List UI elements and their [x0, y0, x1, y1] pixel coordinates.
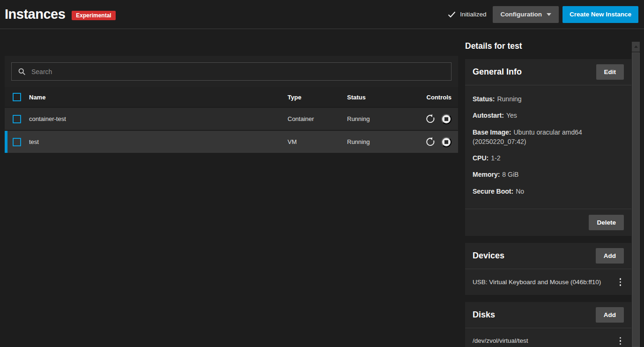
device-menu-button[interactable]	[617, 277, 624, 287]
delete-button[interactable]: Delete	[589, 215, 624, 230]
instances-table-panel: Name Type Status Controls container-test…	[5, 56, 458, 154]
page-title: Instances	[5, 7, 65, 22]
field-value: Yes	[506, 112, 517, 119]
column-header-status[interactable]: Status	[347, 94, 407, 101]
content-area: Name Type Status Controls container-test…	[0, 29, 644, 347]
disk-item-label: /dev/zvol/virtual/test	[473, 337, 528, 344]
field-label: Memory:	[473, 171, 500, 178]
field-value: Running	[497, 95, 521, 103]
checkmark-icon	[448, 11, 456, 18]
restart-icon	[425, 114, 435, 124]
page-header: Instances Experimental Initialized Confi…	[0, 0, 644, 29]
table-row[interactable]: container-test Container Running	[5, 108, 458, 131]
disks-card: Disks Add /dev/zvol/virtual/test	[465, 302, 631, 347]
table-row-selected[interactable]: test VM Running	[5, 131, 458, 154]
create-new-instance-button[interactable]: Create New Instance	[563, 6, 638, 23]
field-value: 8 GiB	[502, 171, 518, 178]
add-disk-button[interactable]: Add	[596, 307, 624, 323]
instance-type: VM	[288, 138, 347, 145]
kebab-icon	[620, 337, 622, 339]
stop-button[interactable]	[441, 114, 452, 124]
row-checkbox[interactable]	[13, 115, 21, 123]
chevron-down-icon	[547, 13, 551, 16]
kebab-icon	[620, 278, 622, 280]
select-all-checkbox[interactable]	[13, 93, 21, 101]
device-item: USB: Virtual Keyboard and Mouse (046b:ff…	[465, 269, 631, 295]
details-title: Details for test	[465, 41, 631, 51]
field-memory: Memory:8 GiB	[473, 170, 624, 179]
search-row	[5, 56, 458, 87]
disk-menu-button[interactable]	[617, 336, 624, 346]
experimental-badge: Experimental	[72, 11, 115, 20]
search-input[interactable]	[31, 68, 445, 75]
stop-button[interactable]	[441, 137, 452, 147]
search-icon	[18, 68, 26, 75]
instance-name: test	[29, 138, 288, 145]
configuration-button[interactable]: Configuration	[493, 6, 558, 23]
selected-row-indicator	[5, 131, 7, 153]
devices-card: Devices Add USB: Virtual Keyboard and Mo…	[465, 243, 631, 295]
column-header-type[interactable]: Type	[288, 94, 347, 101]
instance-status: Running	[347, 115, 407, 122]
edit-button[interactable]: Edit	[596, 64, 624, 80]
search-box[interactable]	[11, 62, 452, 81]
add-device-button[interactable]: Add	[596, 248, 624, 264]
restart-button[interactable]	[425, 114, 435, 124]
initialized-status: Initialized	[448, 11, 486, 18]
general-info-card: General Info Edit Status:Running Autosta…	[465, 59, 631, 236]
field-label: Base Image:	[473, 128, 511, 136]
scrollbar-thumb[interactable]	[632, 53, 640, 347]
devices-title: Devices	[473, 251, 504, 261]
scrollbar	[632, 42, 640, 347]
stop-icon	[444, 140, 448, 144]
row-checkbox[interactable]	[13, 138, 21, 146]
field-value: No	[516, 188, 524, 195]
instance-status: Running	[347, 138, 407, 145]
field-label: Autostart:	[473, 112, 504, 119]
scrollbar-up-button[interactable]	[632, 42, 640, 52]
disks-title: Disks	[473, 310, 495, 320]
device-item-label: USB: Virtual Keyboard and Mouse (046b:ff…	[473, 279, 601, 286]
stop-icon	[444, 117, 448, 121]
general-info-title: General Info	[473, 67, 522, 77]
scroll-up-arrow-icon	[634, 45, 638, 48]
details-panel: Details for test General Info Edit Statu…	[465, 41, 631, 347]
instance-type: Container	[288, 115, 347, 122]
field-base-image: Base Image:Ubuntu oracular amd64 (202502…	[473, 128, 624, 147]
table-header-row: Name Type Status Controls	[5, 87, 458, 108]
disk-item: /dev/zvol/virtual/test	[465, 328, 631, 347]
configuration-button-label: Configuration	[500, 11, 541, 18]
field-value: 1-2	[491, 154, 500, 162]
restart-icon	[425, 137, 435, 147]
field-secure-boot: Secure Boot:No	[473, 187, 624, 196]
instances-table: Name Type Status Controls container-test…	[5, 87, 458, 154]
instance-name: container-test	[29, 115, 288, 122]
column-header-controls: Controls	[407, 94, 452, 101]
column-header-name[interactable]: Name	[29, 94, 288, 101]
field-label: Secure Boot:	[473, 188, 513, 195]
field-autostart: Autostart:Yes	[473, 111, 624, 120]
initialized-label: Initialized	[460, 11, 486, 18]
field-status: Status:Running	[473, 94, 624, 104]
field-cpu: CPU:1-2	[473, 153, 624, 163]
field-label: Status:	[473, 95, 495, 103]
restart-button[interactable]	[425, 137, 435, 147]
field-label: CPU:	[473, 154, 489, 162]
